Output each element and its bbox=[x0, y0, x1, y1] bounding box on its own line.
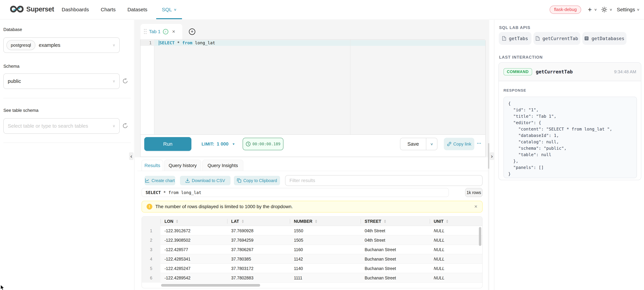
sql-code-line: SELECT * from long_lat bbox=[159, 40, 215, 45]
refresh-tables-icon[interactable] bbox=[122, 123, 128, 129]
table-cell: NULL bbox=[430, 236, 470, 245]
table-cell: 1111 bbox=[290, 273, 360, 283]
table-cell: 37.7690928 bbox=[227, 226, 290, 236]
tab-results[interactable]: Results bbox=[142, 160, 163, 171]
save-button[interactable]: Save bbox=[400, 138, 426, 150]
schema-select[interactable]: public ∨ bbox=[3, 73, 120, 89]
tab-query-insights[interactable]: Query Insights bbox=[202, 160, 243, 171]
editor-tab-1[interactable]: Tab 1 ✓ ✕ bbox=[140, 24, 182, 39]
table-cell: Buchanan Street bbox=[360, 245, 430, 254]
refresh-schema-icon[interactable] bbox=[122, 78, 128, 84]
last-interaction-title: LAST INTERACTION bbox=[499, 55, 543, 60]
table-cell: Buchanan Street bbox=[360, 273, 430, 283]
command-timestamp: 9:34:48 AM bbox=[614, 69, 636, 74]
table-cell: 37.7694259 bbox=[227, 236, 290, 245]
download-icon bbox=[185, 178, 190, 183]
sort-icons[interactable]: ▲▼ bbox=[446, 220, 449, 223]
chevron-down-icon[interactable]: ∨ bbox=[610, 8, 612, 11]
superset-logo[interactable]: Superset bbox=[10, 5, 54, 13]
table-cell: 37.7803172 bbox=[227, 264, 290, 273]
limit-dropdown[interactable]: LIMIT: 1 000 ▼ bbox=[202, 135, 235, 153]
chevron-down-icon[interactable]: ∨ bbox=[594, 8, 597, 11]
nav-sql[interactable]: SQL∨ bbox=[156, 0, 182, 19]
table-horizontal-scrollbar[interactable] bbox=[161, 284, 260, 287]
download-csv-button[interactable]: Download to CSV bbox=[180, 176, 230, 185]
table-cell: 37.7802883 bbox=[227, 273, 290, 283]
page-icon bbox=[536, 36, 540, 41]
database-value: examples bbox=[39, 42, 60, 48]
table-select[interactable]: Select table or type to search tables ∨ bbox=[3, 118, 120, 134]
nav-datasets[interactable]: Datasets bbox=[124, 0, 150, 19]
table-cell: -122.4285247 bbox=[160, 264, 227, 273]
main-scrollbar-thumb[interactable] bbox=[488, 143, 489, 169]
collapse-sidebar-button[interactable]: ‹ bbox=[129, 152, 134, 160]
get-databases-button[interactable]: getDatabases bbox=[582, 32, 626, 45]
filter-placeholder: Filter results bbox=[290, 178, 315, 183]
table-row: 5-122.428524737.78031721140Buchanan Stre… bbox=[142, 264, 482, 273]
create-chart-button[interactable]: Create chart bbox=[144, 176, 175, 185]
nav-dashboards[interactable]: Dashboards bbox=[59, 0, 92, 19]
rows-limit-warning: ! The number of rows displayed is limite… bbox=[142, 201, 482, 213]
warning-close-icon[interactable]: ✕ bbox=[474, 204, 478, 209]
nav-charts[interactable]: Charts bbox=[98, 0, 118, 19]
last-interaction-card: COMMAND getCurrentTab 9:34:48 AM RESPONS… bbox=[498, 62, 641, 180]
column-header-unit[interactable]: UNIT▲▼ bbox=[430, 217, 470, 226]
column-header-lon[interactable]: LON▲▼ bbox=[160, 217, 227, 226]
tab-close-icon[interactable]: ✕ bbox=[172, 29, 176, 34]
table-cell: -122.3912672 bbox=[160, 226, 227, 236]
save-options-chevron[interactable]: ∨ bbox=[424, 138, 438, 150]
copy-clipboard-button[interactable]: Copy to Clipboard bbox=[234, 176, 280, 185]
editor-toolbar: Run LIMIT: 1 000 ▼ 00:00:00.189 Save ∨ C… bbox=[140, 134, 485, 157]
response-json-box: { "id": "1", "title": "Tab 1", "editor":… bbox=[504, 97, 637, 178]
sql-editor-card: 1 SELECT * from long_lat Run LIMIT: 1 00… bbox=[140, 39, 486, 157]
superset-logo-icon bbox=[10, 5, 24, 13]
results-pane: Results Query history Query Insights Cre… bbox=[135, 157, 488, 290]
filter-results-input[interactable]: Filter results bbox=[285, 175, 482, 186]
copy-link-button[interactable]: Copy link bbox=[444, 138, 474, 150]
limit-value: 1 000 bbox=[217, 141, 228, 147]
sort-icons[interactable]: ▲▼ bbox=[314, 220, 318, 223]
sql-code-editor[interactable]: 1 SELECT * from long_lat bbox=[140, 40, 485, 134]
table-cell: 37.7806267 bbox=[227, 245, 290, 254]
theme-sun-icon[interactable] bbox=[601, 7, 607, 12]
column-header-number[interactable]: NUMBER▲▼ bbox=[290, 217, 360, 226]
results-table: LON▲▼ LAT▲▼ NUMBER▲▼ STREET▲▼ UNIT▲▼ 1-1… bbox=[142, 216, 482, 288]
column-header-lat[interactable]: LAT▲▼ bbox=[227, 217, 290, 226]
add-tab-button[interactable]: + bbox=[184, 24, 200, 39]
limit-label: LIMIT: bbox=[202, 141, 214, 147]
tab-title: Tab 1 bbox=[149, 29, 160, 34]
chevron-down-icon: ∨ bbox=[112, 43, 115, 47]
sql-preview-box[interactable]: SELECT * from long_lat bbox=[142, 188, 449, 197]
get-tabs-button[interactable]: getTabs bbox=[499, 32, 532, 45]
more-options-button[interactable]: ... bbox=[477, 139, 481, 145]
warning-icon: ! bbox=[146, 204, 152, 210]
sort-icons[interactable]: ▲▼ bbox=[241, 220, 244, 223]
table-cell: -122.4285341 bbox=[160, 254, 227, 264]
sort-icons[interactable]: ▲▼ bbox=[383, 220, 386, 223]
column-header-street[interactable]: STREET▲▼ bbox=[360, 217, 430, 226]
run-query-button[interactable]: Run bbox=[144, 137, 192, 151]
table-cell: 1505 bbox=[290, 236, 360, 245]
brand-text: Superset bbox=[26, 5, 54, 13]
add-new-button[interactable]: + bbox=[588, 6, 592, 13]
chart-icon bbox=[145, 178, 150, 183]
query-timer: 00:00:00.189 bbox=[243, 138, 284, 150]
interaction-header: COMMAND getCurrentTab 9:34:48 AM bbox=[499, 63, 641, 81]
tab-query-history[interactable]: Query history bbox=[164, 160, 201, 171]
table-row: 4-122.428534137.7803851142Buchanan Stree… bbox=[142, 254, 482, 264]
database-select[interactable]: postgresql examples ∨ bbox=[3, 37, 120, 53]
link-icon bbox=[447, 142, 452, 146]
command-badge: COMMAND bbox=[504, 68, 532, 75]
timer-value: 00:00:00.189 bbox=[252, 142, 280, 146]
collapse-panel-button[interactable]: › bbox=[490, 152, 494, 160]
drag-handle-icon[interactable] bbox=[144, 29, 146, 34]
response-label: RESPONSE bbox=[504, 88, 526, 93]
sort-icons[interactable]: ▲▼ bbox=[176, 220, 178, 223]
row-number: 4 bbox=[142, 254, 160, 264]
get-current-tab-button[interactable]: getCurrentTab bbox=[534, 32, 580, 45]
table-cell: Buchanan Street bbox=[360, 254, 430, 264]
settings-menu[interactable]: Settings bbox=[617, 7, 635, 12]
app-header: Superset Dashboards Charts Datasets SQL∨… bbox=[0, 0, 644, 19]
table-vertical-scrollbar[interactable] bbox=[479, 227, 481, 246]
mouse-cursor bbox=[0, 285, 5, 290]
